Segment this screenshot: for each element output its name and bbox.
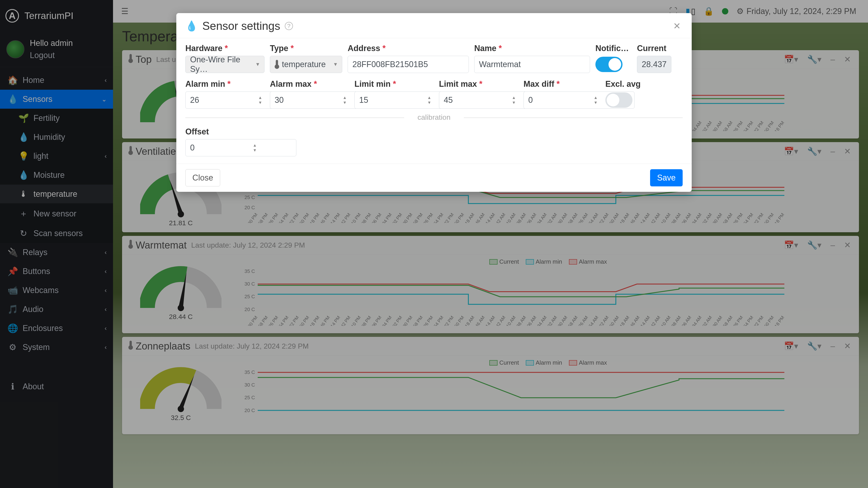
- label-name: Name *: [474, 43, 590, 53]
- select-type[interactable]: temperature ▼: [270, 56, 342, 73]
- input-offset[interactable]: [185, 139, 296, 156]
- toggle-excl-avg[interactable]: [605, 92, 632, 108]
- close-button[interactable]: Close: [185, 169, 220, 186]
- droplet-icon: 💧: [185, 20, 198, 32]
- label-offset: Offset: [185, 127, 259, 136]
- spin-up-icon[interactable]: ▲: [342, 95, 347, 100]
- label-notification: Notifica…: [595, 43, 631, 53]
- modal-close-icon[interactable]: ✕: [671, 21, 683, 31]
- sensor-settings-modal: 💧 Sensor settings ? ✕ Hardware * One-Wir…: [176, 13, 692, 192]
- spin-down-icon[interactable]: ▼: [593, 100, 598, 105]
- select-hardware-value: One-Wire File Sy…: [190, 55, 253, 74]
- toggle-knob: [607, 94, 619, 106]
- spin-down-icon[interactable]: ▼: [511, 100, 516, 105]
- select-hardware[interactable]: One-Wire File Sy… ▼: [185, 56, 265, 73]
- label-alarm-max: Alarm max *: [270, 79, 349, 89]
- label-type: Type *: [270, 43, 342, 53]
- label-excl-avg: Excl. avg: [605, 79, 646, 89]
- select-type-value: temperature: [282, 60, 326, 69]
- spin-down-icon[interactable]: ▼: [342, 100, 347, 105]
- spin-up-icon[interactable]: ▲: [427, 95, 432, 100]
- toggle-notification[interactable]: [595, 57, 622, 72]
- spin-up-icon[interactable]: ▲: [258, 95, 263, 100]
- label-limit-max: Limit max *: [439, 79, 518, 89]
- spin-up-icon[interactable]: ▲: [252, 143, 257, 148]
- chevron-down-icon: ▼: [255, 61, 260, 67]
- calibration-divider: calibration: [185, 113, 683, 122]
- toggle-knob: [609, 58, 621, 71]
- label-address: Address *: [348, 43, 469, 53]
- spin-down-icon[interactable]: ▼: [252, 148, 257, 153]
- label-alarm-min: Alarm min *: [185, 79, 265, 89]
- spin-up-icon[interactable]: ▲: [511, 95, 516, 100]
- label-limit-min: Limit min *: [354, 79, 434, 89]
- label-max-diff: Max diff *: [524, 79, 600, 89]
- label-hardware: Hardware *: [185, 43, 265, 53]
- spin-up-icon[interactable]: ▲: [593, 95, 598, 100]
- label-current: Current: [637, 43, 671, 53]
- input-current: [637, 56, 671, 73]
- save-button[interactable]: Save: [650, 169, 683, 186]
- thermometer-icon: [275, 60, 279, 69]
- input-address[interactable]: [348, 56, 469, 73]
- spin-down-icon[interactable]: ▼: [427, 100, 432, 105]
- modal-header: 💧 Sensor settings ? ✕: [176, 13, 692, 38]
- chevron-down-icon: ▼: [333, 61, 338, 67]
- help-icon[interactable]: ?: [285, 22, 293, 30]
- modal-title: Sensor settings: [202, 20, 280, 33]
- spin-down-icon[interactable]: ▼: [258, 100, 263, 105]
- input-name[interactable]: [474, 56, 590, 73]
